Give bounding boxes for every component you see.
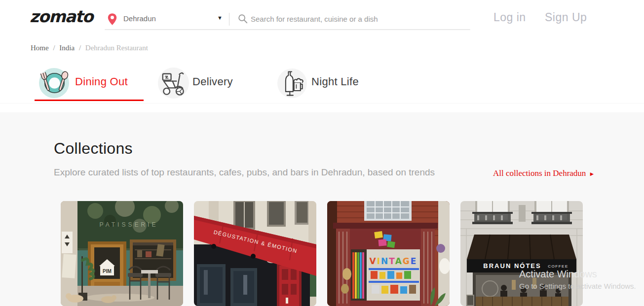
- collection-card-1[interactable]: PATISSERIE PIM: [61, 201, 183, 306]
- delivery-scooter-icon[interactable]: [158, 68, 189, 99]
- searchbar-underline: [105, 29, 470, 30]
- active-tab-underline: [35, 100, 144, 101]
- coffee-awning-brand-text: BRAUN NÓTES: [483, 262, 541, 270]
- breadcrumb-home[interactable]: Home: [31, 44, 49, 52]
- all-collections-link-label: All collections in Dehradun: [493, 169, 586, 178]
- location-pin-icon: [108, 13, 117, 28]
- night-life-bottle-icon[interactable]: [277, 68, 307, 98]
- collection-card-3[interactable]: VINTAGE: [327, 201, 450, 306]
- cafe-door-sign-text: PIM: [103, 269, 112, 274]
- location-selector[interactable]: Dehradun: [123, 14, 212, 23]
- all-collections-link[interactable]: All collections in Dehradun►: [493, 169, 595, 178]
- collections-subtitle: Explore curated lists of top restaurants…: [54, 167, 435, 178]
- search-icon: [237, 13, 248, 26]
- collection-card-4[interactable]: BRAUN NÓTES COFFEE: [460, 201, 583, 306]
- header-divider: [229, 13, 229, 26]
- tab-dining-out[interactable]: Dining Out: [75, 75, 128, 88]
- tab-night-life[interactable]: Night Life: [311, 75, 359, 88]
- arrow-right-icon: ►: [589, 170, 595, 177]
- chevron-down-icon[interactable]: ▼: [217, 15, 223, 21]
- vintage-window-text: VINTAGE: [370, 256, 417, 266]
- zomato-dehradun-page: zomato Dehradun ▼ Log in Sign Up Home / …: [0, 0, 644, 306]
- tab-delivery[interactable]: Delivery: [192, 75, 233, 88]
- zomato-logo[interactable]: zomato: [30, 7, 93, 26]
- search-input[interactable]: [251, 12, 463, 25]
- breadcrumb-separator: /: [79, 44, 81, 52]
- breadcrumb-current: Dehradun Restaurant: [85, 44, 148, 52]
- dining-out-plate-icon[interactable]: [38, 68, 70, 99]
- cafe-awning-text: PATISSERIE: [100, 221, 158, 228]
- login-button[interactable]: Log in: [493, 11, 526, 24]
- coffee-awning-coffee-text: COFFEE: [548, 264, 568, 269]
- collection-card-2[interactable]: DÉGUSTATION & ÉMOTION: [194, 201, 316, 306]
- tab-bar-bottom-border: [0, 103, 644, 103]
- breadcrumb-india[interactable]: India: [59, 44, 75, 52]
- signup-button[interactable]: Sign Up: [545, 11, 587, 24]
- breadcrumb: Home / India / Dehradun Restaurant: [31, 44, 148, 52]
- breadcrumb-separator: /: [53, 44, 55, 52]
- collections-title: Collections: [54, 139, 133, 158]
